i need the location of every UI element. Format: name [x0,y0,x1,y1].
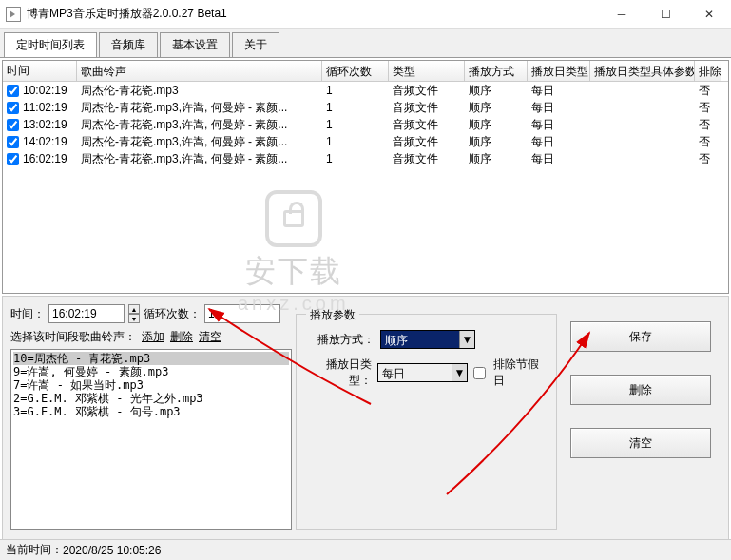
time-input[interactable] [48,304,125,323]
row-checkbox[interactable] [7,102,19,114]
clear-link[interactable]: 清空 [199,329,221,345]
row-checkbox[interactable] [7,119,19,131]
cell-mode: 顺序 [465,151,528,167]
list-item[interactable]: 9=许嵩, 何曼婷 - 素颜.mp3 [13,365,289,378]
play-params-group: 播放参数 播放方式： 顺序 ▼ 播放日类型： 每日 ▼ 排除节假日 [296,314,557,530]
cell-exc: 否 [695,117,721,133]
cell-mode: 顺序 [465,83,528,99]
table-row[interactable]: 13:02:19周杰伦-青花瓷.mp3,许嵩, 何曼婷 - 素颜...1音频文件… [3,116,728,133]
list-item[interactable]: 3=G.E.M. 邓紫棋 - 句号.mp3 [13,405,289,418]
status-label: 当前时间： [6,542,63,558]
status-bar: 当前时间： 2020/8/25 10:05:26 [0,539,731,560]
list-item[interactable]: 10=周杰伦 - 青花瓷.mp3 [13,352,289,365]
tab-audio-lib[interactable]: 音频库 [99,32,158,57]
cell-exc: 否 [695,83,721,99]
select-songs-label: 选择该时间段歌曲铃声： [10,329,136,345]
row-checkbox[interactable] [7,85,19,97]
app-icon [6,7,21,22]
tab-schedule[interactable]: 定时时间列表 [4,32,97,57]
list-item[interactable]: 2=G.E.M. 邓紫棋 - 光年之外.mp3 [13,392,289,405]
tab-settings[interactable]: 基本设置 [160,32,230,57]
cell-mode: 顺序 [465,134,528,150]
cell-type: 音频文件 [389,83,465,99]
table-header: 时间 歌曲铃声 循环次数 类型 播放方式 播放日类型 播放日类型具体参数 排除 [3,61,728,82]
cell-day: 每日 [528,117,590,133]
loop-input[interactable] [204,304,280,323]
cell-exc: 否 [695,100,721,116]
window-title: 博青MP3音乐定时播放器2.0.0.27 Beta1 [27,6,600,22]
tab-about[interactable]: 关于 [232,32,279,57]
row-checkbox[interactable] [7,153,19,165]
table-row[interactable]: 16:02:19周杰伦-青花瓷.mp3,许嵩, 何曼婷 - 素颜...1音频文件… [3,150,728,167]
play-mode-label: 播放方式： [306,332,375,348]
tab-bar: 定时时间列表 音频库 基本设置 关于 [0,29,731,58]
col-mode[interactable]: 播放方式 [465,61,528,81]
col-day[interactable]: 播放日类型 [528,61,590,81]
col-param[interactable]: 播放日类型具体参数 [590,61,695,81]
schedule-table[interactable]: 时间 歌曲铃声 循环次数 类型 播放方式 播放日类型 播放日类型具体参数 排除 … [2,60,729,294]
table-row[interactable]: 10:02:19周杰伦-青花瓷.mp31音频文件顺序每日否 [3,82,728,99]
cell-exc: 否 [695,134,721,150]
cell-song: 周杰伦-青花瓷.mp3,许嵩, 何曼婷 - 素颜... [77,100,322,116]
col-exclude[interactable]: 排除 [695,61,721,81]
status-time: 2020/8/25 10:05:26 [63,544,161,557]
save-button[interactable]: 保存 [570,321,711,352]
cell-loop: 1 [322,84,389,97]
dropdown-icon: ▼ [459,331,474,348]
play-params-label: 播放参数 [306,307,359,323]
cell-loop: 1 [322,101,389,114]
table-row[interactable]: 11:02:19周杰伦-青花瓷.mp3,许嵩, 何曼婷 - 素颜...1音频文件… [3,99,728,116]
cell-song: 周杰伦-青花瓷.mp3,许嵩, 何曼婷 - 素颜... [77,151,322,167]
table-row[interactable]: 14:02:19周杰伦-青花瓷.mp3,许嵩, 何曼婷 - 素颜...1音频文件… [3,133,728,150]
title-bar: 博青MP3音乐定时播放器2.0.0.27 Beta1 ─ ☐ ✕ [0,0,731,29]
cell-type: 音频文件 [389,117,465,133]
cell-type: 音频文件 [389,100,465,116]
cell-day: 每日 [528,134,590,150]
cell-song: 周杰伦-青花瓷.mp3 [77,83,322,99]
minimize-button[interactable]: ─ [600,0,644,29]
loop-label: 循环次数： [144,306,201,322]
dropdown-icon: ▼ [452,364,467,381]
add-link[interactable]: 添加 [142,329,164,345]
cell-day: 每日 [528,83,590,99]
list-item[interactable]: 7=许嵩 - 如果当时.mp3 [13,378,289,392]
delete-button[interactable]: 删除 [570,375,711,405]
cell-day: 每日 [528,151,590,167]
maximize-button[interactable]: ☐ [644,0,687,29]
song-listbox[interactable]: 10=周杰伦 - 青花瓷.mp39=许嵩, 何曼婷 - 素颜.mp37=许嵩 -… [10,349,292,530]
play-day-value: 每日 [378,364,452,381]
cell-type: 音频文件 [389,151,465,167]
cell-mode: 顺序 [465,117,528,133]
cell-day: 每日 [528,100,590,116]
col-time[interactable]: 时间 [3,61,77,81]
time-spinner[interactable]: ▲▼ [128,304,140,323]
cell-loop: 1 [322,135,389,148]
row-checkbox[interactable] [7,136,19,148]
col-loop[interactable]: 循环次数 [322,61,389,81]
col-type[interactable]: 类型 [389,61,465,81]
cell-song: 周杰伦-青花瓷.mp3,许嵩, 何曼婷 - 素颜... [77,117,322,133]
close-button[interactable]: ✕ [687,0,731,29]
exclude-holiday-label: 排除节假日 [493,357,547,389]
time-label: 时间： [10,306,45,322]
exclude-holiday-checkbox[interactable] [473,367,486,379]
cell-loop: 1 [322,152,389,165]
play-day-combo[interactable]: 每日 ▼ [377,363,468,382]
play-mode-combo[interactable]: 顺序 ▼ [380,330,475,349]
cell-song: 周杰伦-青花瓷.mp3,许嵩, 何曼婷 - 素颜... [77,134,322,150]
cell-type: 音频文件 [389,134,465,150]
cell-loop: 1 [322,118,389,131]
cell-exc: 否 [695,151,721,167]
cell-mode: 顺序 [465,100,528,116]
clear-button[interactable]: 清空 [570,428,711,458]
play-mode-value: 顺序 [381,331,459,348]
play-day-label: 播放日类型： [306,357,372,389]
col-song[interactable]: 歌曲铃声 [77,61,322,81]
delete-link[interactable]: 删除 [170,329,193,345]
